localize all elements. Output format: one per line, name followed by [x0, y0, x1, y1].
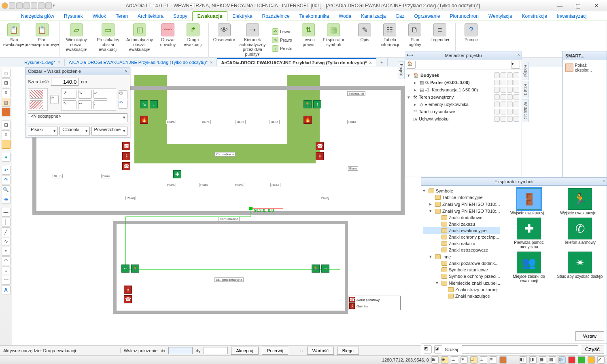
symbol-cell[interactable]: 👥Miejsce zbiórki do ewakuacji	[505, 252, 553, 283]
tab-telekomunikacja[interactable]: Telekomunika	[295, 12, 334, 21]
tab-woda[interactable]: Woda	[334, 12, 356, 21]
qat-print-icon[interactable]	[31, 2, 37, 9]
symbol-cell[interactable]: ✴Stłuc aby uzyskać dostęp	[556, 252, 604, 283]
symbol-tree-row[interactable]: Znaki nakazu	[423, 240, 500, 247]
hatch-option[interactable]	[30, 100, 43, 109]
symbol-cell[interactable]: 🏃Wyjście ewakuacyjn...	[556, 188, 604, 215]
symbol-tree-row[interactable]: Znaki straży pożarnej	[423, 286, 500, 293]
qat-new-icon[interactable]	[9, 2, 15, 9]
doc-tab-2[interactable]: ArCADia-DROGI EWAKUACYJNE Przykład 4.dwg…	[65, 59, 217, 66]
mode-toggle[interactable]: ⟳	[50, 95, 58, 104]
tab-gaz[interactable]: Gaz	[391, 12, 410, 21]
dx-input[interactable]	[168, 347, 193, 354]
preset-select[interactable]: <Niedostępne>	[28, 113, 127, 122]
status-view-icon[interactable]: ◨	[529, 356, 537, 364]
lt-point-icon[interactable]: •	[2, 247, 11, 256]
value-button[interactable]: Wartość	[307, 347, 334, 355]
snap-option[interactable]: ↗	[63, 90, 76, 99]
tree-row[interactable]: ▸◇Elementy użytkownika	[407, 102, 519, 107]
search-input[interactable]	[462, 345, 578, 353]
kierunek-button[interactable]: ⇢Kierunek automatyczny przez dwa punkty▾	[238, 23, 267, 57]
plan-ogolny-button[interactable]: 🗋Plan ogólny	[403, 23, 426, 48]
tab-ewakuacja[interactable]: Ewakuacja	[192, 11, 227, 21]
symbol-cell[interactable]: ✆Telefon alarmowy	[556, 218, 604, 249]
insert-button[interactable]: Wstaw	[575, 331, 604, 341]
tab-ogrzewanie[interactable]: Ogrzewanie	[410, 12, 445, 21]
lt-text-icon[interactable]: A	[2, 286, 11, 294]
maximize-button[interactable]: ▢	[569, 0, 587, 11]
opis-button[interactable]: ✎Opis	[353, 23, 376, 43]
minimize-button[interactable]: —	[551, 0, 569, 11]
close-button[interactable]: ✕	[587, 0, 605, 11]
status-view-icon[interactable]: ◧	[520, 356, 527, 364]
symbol-tree-row[interactable]: ▾Inne	[423, 253, 500, 260]
side-tab-widok3d[interactable]: Widok 3D	[522, 99, 529, 122]
symbol-tree-row[interactable]: ▾Znaki wg PN EN ISO 7010:...	[423, 207, 500, 214]
symbol-tree-row[interactable]: Znaki dodatkowe	[423, 214, 500, 221]
pin-icon[interactable]: ⟷	[407, 53, 413, 58]
status-track-icon[interactable]: ⟂	[480, 356, 487, 364]
side-tab-podrys[interactable]: Podrys	[522, 62, 529, 80]
tab-konstrukcje[interactable]: Konstrukcje	[517, 12, 552, 21]
symbol-tree[interactable]: ▾SymboleTablice informacyjne▸Znaki wg PN…	[421, 186, 502, 343]
lt-spline-icon[interactable]: 〰	[2, 276, 11, 285]
accept-button[interactable]: Akceptuj	[231, 347, 259, 355]
snap-option[interactable]: ↘	[78, 90, 92, 99]
powierzchnie-select[interactable]: Powierzchnie	[91, 127, 127, 135]
lt-line-icon[interactable]: ╱	[2, 227, 11, 236]
droga-button[interactable]: ↱Droga ewakuacji	[182, 23, 204, 48]
dy-input[interactable]	[204, 347, 228, 354]
lt-circle-icon[interactable]: ○	[2, 266, 11, 275]
status-color-icon[interactable]	[578, 356, 585, 364]
close-tab-icon[interactable]: ×	[369, 60, 371, 65]
legenda-button[interactable]: ≡Legenda▾	[429, 23, 451, 43]
close-tab-icon[interactable]: ×	[57, 60, 60, 65]
automatyczny-button[interactable]: ◫Automatyczny obszar ewakuacji▾	[125, 23, 154, 53]
status-model-icon[interactable]	[499, 356, 507, 364]
lt-select-icon[interactable]: ▭	[2, 69, 11, 78]
symbol-tree-row[interactable]: ▸Znaki wg PN EN ISO 7010:...	[423, 201, 500, 207]
wielokatny-button[interactable]: ▱Wielokątny obszar ewakuacji▾	[62, 23, 91, 53]
lt-star-icon[interactable]: ✦	[2, 153, 11, 162]
tab-kanalizacja[interactable]: Kanalizacja	[356, 12, 391, 21]
bieg-button[interactable]: Biegu	[337, 347, 359, 355]
lt-line-v-icon[interactable]: │	[2, 218, 11, 226]
status-ortho-icon[interactable]: ⊥	[451, 356, 458, 364]
symbol-tree-row[interactable]: Znaki ostrzegawcze	[423, 247, 500, 253]
tree-row[interactable]: ▾🏠Budynek	[407, 72, 519, 78]
symbol-tree-row[interactable]: Znaki nakazujące	[423, 293, 500, 299]
doc-tab-3[interactable]: ArCADia-DROGI EWAKUACYJNE Przykład 2.dwg…	[217, 58, 376, 66]
status-polar-icon[interactable]: ✶	[461, 356, 468, 364]
pm-home-icon[interactable]: 🏠	[407, 61, 416, 69]
tree-row[interactable]: ▸▤0. Parter (±0.00=0.00)	[407, 80, 519, 85]
tab-teren[interactable]: Teren	[111, 12, 133, 21]
dowolny-button[interactable]: 〰Obszar dowolny	[157, 23, 179, 48]
czcionki-select[interactable]: Czcionki	[59, 127, 89, 135]
symbol-tree-row[interactable]: Znaki zakazu	[423, 221, 500, 227]
add-tab-button[interactable]: ＋	[376, 58, 388, 66]
undo-icon[interactable]: ↶	[119, 100, 127, 109]
plan-ewakuacji-button[interactable]: 📋Plan ewakuacji▾	[2, 23, 25, 48]
eksplorator-button[interactable]: ▦Eksplorator symboli	[322, 23, 345, 48]
hatch-option[interactable]	[30, 90, 43, 99]
qat-save-icon[interactable]	[23, 2, 30, 9]
lt-table-icon[interactable]: ⊟	[2, 121, 11, 129]
qat-redo-icon[interactable]	[45, 2, 52, 9]
lt-zoomin-icon[interactable]: ⊕	[2, 195, 11, 204]
smart-item[interactable]: Pokaż eksplor...	[563, 60, 607, 75]
close-tab-icon[interactable]: ×	[210, 60, 212, 65]
pomoc-button[interactable]: ?Pomoc	[460, 23, 482, 43]
properties-close-icon[interactable]: ×	[125, 69, 127, 74]
symbol-tree-row[interactable]: Znaki ochrony przeciwp...	[423, 234, 500, 240]
tab-architektura[interactable]: Architektura	[133, 12, 168, 21]
qat-undo-icon[interactable]	[38, 2, 45, 9]
tree-row[interactable]: ▸▤-1. Kondygnacja 1 (-50.00)	[407, 87, 519, 93]
symbol-tree-row[interactable]: Symbole ochrony przeci...	[423, 273, 500, 279]
tab-elektryka[interactable]: Elektryka	[227, 12, 257, 21]
symbol-cell[interactable]: 🚪Wyjście ewakuacyj...	[505, 188, 553, 215]
tab-widok[interactable]: Widok	[88, 12, 111, 21]
symbol-tree-row[interactable]: Znaki pożarowe dodatk...	[423, 260, 500, 267]
status-lwt-icon[interactable]: ≡	[490, 356, 497, 364]
tree-row[interactable]: ☷Tabelki rysunkowe	[407, 109, 519, 114]
qat-open-icon[interactable]	[16, 2, 23, 9]
